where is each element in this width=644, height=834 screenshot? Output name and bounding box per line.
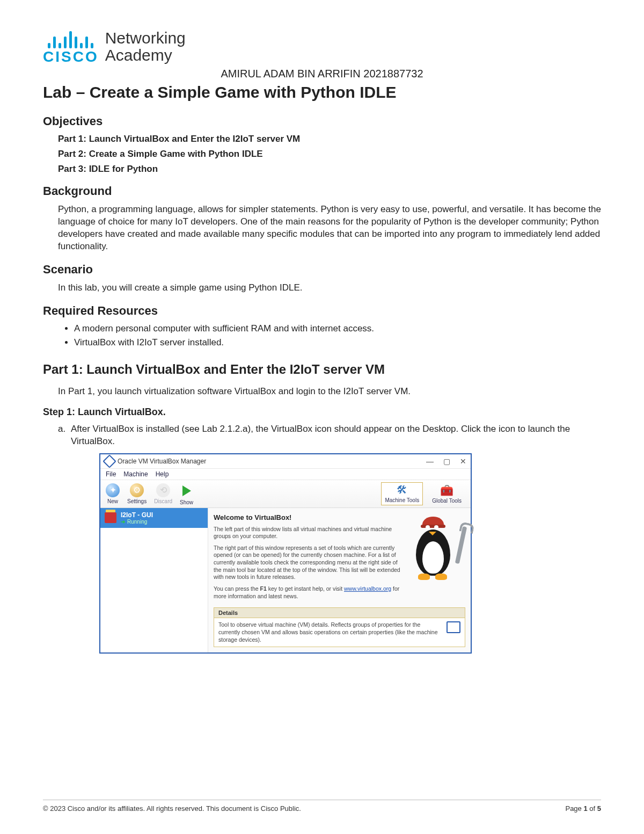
academy-wordmark: Networking Academy — [105, 30, 186, 64]
step1-a-row: a. After VirtualBox is installed (see La… — [58, 423, 601, 448]
welcome-p2: The right part of this window represents… — [214, 545, 401, 581]
cisco-bars-icon — [48, 31, 93, 48]
document-page: CISCO Networking Academy AMIRUL ADAM BIN… — [0, 0, 644, 834]
machine-tools-icon: 🛠 — [397, 484, 407, 496]
header-logo-block: CISCO Networking Academy — [43, 30, 601, 64]
new-icon: ✦ — [106, 483, 120, 497]
running-arrow-icon: ➔ — [121, 519, 125, 525]
resources-list: A modern personal computer with sufficie… — [74, 323, 601, 348]
footer-total-pages: 5 — [597, 804, 601, 813]
vb-titlebar: Oracle VM VirtualBox Manager — ▢ ✕ — [100, 454, 471, 469]
student-name-line: AMIRUL ADAM BIN ARRIFIN 2021887732 — [43, 68, 601, 80]
page-footer: © 2023 Cisco and/or its affiliates. All … — [43, 800, 601, 813]
step1-a-text: After VirtualBox is installed (see Lab 2… — [71, 423, 601, 448]
welcome-heading: Welcome to VirtualBox! — [214, 513, 401, 521]
toolbar-settings-label: Settings — [127, 498, 147, 504]
discard-icon: ⟲ — [156, 483, 170, 497]
lab-title: Lab – Create a Simple Game with Python I… — [43, 83, 601, 101]
objectives-heading: Objectives — [43, 114, 601, 128]
background-heading: Background — [43, 184, 601, 198]
vb-right-panel: Welcome to VirtualBox! The left part of … — [208, 508, 471, 653]
show-icon — [182, 485, 191, 496]
resource-item: A modern personal computer with sufficie… — [74, 323, 601, 334]
toolbar-settings-button[interactable]: ⚙ Settings — [127, 483, 147, 505]
minimize-icon[interactable]: — — [426, 457, 434, 466]
toolbar-discard-button[interactable]: ⟲ Discard — [154, 483, 172, 505]
cisco-wordmark: CISCO — [43, 49, 99, 64]
scenario-heading: Scenario — [43, 263, 601, 277]
details-heading: Details — [214, 608, 465, 618]
toolbar-discard-label: Discard — [154, 498, 172, 504]
vm-name: I2IoT - GUI — [121, 511, 153, 519]
details-panel: Details Tool to observe virtual machine … — [214, 607, 465, 647]
footer-copyright: © 2023 Cisco and/or its affiliates. All … — [43, 804, 301, 813]
vm-list-panel: I2IoT - GUI ➔ Running — [100, 508, 208, 653]
details-text: Tool to observe virtual machine (VM) det… — [218, 621, 438, 643]
welcome-p1: The left part of this window lists all v… — [214, 526, 401, 540]
vb-app-icon — [103, 454, 116, 468]
details-preview-icon[interactable] — [447, 621, 460, 633]
welcome-text-block: Welcome to VirtualBox! The left part of … — [214, 512, 401, 605]
academy-line2: Academy — [105, 47, 186, 64]
part1-heading: Part 1: Launch VirtualBox and Enter the … — [43, 362, 601, 377]
toolbar-global-tools-label: Global Tools — [432, 498, 462, 504]
menu-machine[interactable]: Machine — [123, 470, 148, 478]
cisco-logo: CISCO — [43, 31, 99, 64]
virtualbox-screenshot: Oracle VM VirtualBox Manager — ▢ ✕ File … — [99, 453, 472, 654]
academy-line1: Networking — [105, 30, 186, 47]
footer-page-indicator: Page 1 of 5 — [565, 804, 601, 813]
vm-os-icon — [105, 512, 116, 523]
vm-state-text: Running — [127, 519, 147, 525]
resource-item: VirtualBox with I2IoT server installed. — [74, 337, 601, 348]
vb-menubar: File Machine Help — [100, 469, 471, 480]
objective-item: Part 1: Launch VirtualBox and Enter the … — [58, 134, 601, 144]
toolbar-show-label: Show — [180, 499, 193, 505]
scenario-text: In this lab, you will create a simple ga… — [58, 282, 601, 294]
global-tools-icon: 🧰 — [440, 484, 453, 497]
vm-state: ➔ Running — [121, 519, 153, 525]
vb-window-title: Oracle VM VirtualBox Manager — [118, 458, 206, 465]
vb-toolbar: ✦ New ⚙ Settings ⟲ Discard Show � — [100, 480, 471, 508]
footer-current-page: 1 — [583, 804, 587, 813]
resources-heading: Required Resources — [43, 304, 601, 318]
toolbar-global-tools-button[interactable]: 🧰 Global Tools — [428, 482, 465, 505]
maximize-icon[interactable]: ▢ — [443, 457, 450, 466]
step-letter: a. — [58, 423, 71, 448]
toolbar-machine-tools-button[interactable]: 🛠 Machine Tools — [381, 482, 423, 505]
close-icon[interactable]: ✕ — [460, 457, 466, 466]
vm-list-item[interactable]: I2IoT - GUI ➔ Running — [100, 508, 208, 528]
objective-item: Part 3: IDLE for Python — [58, 164, 601, 175]
objective-item: Part 2: Create a Simple Game with Python… — [58, 149, 601, 159]
penguin-icon — [406, 516, 460, 580]
toolbar-new-button[interactable]: ✦ New — [106, 483, 120, 505]
gear-icon: ⚙ — [130, 483, 144, 497]
vb-body: I2IoT - GUI ➔ Running Welcome to Virtual… — [100, 508, 471, 653]
toolbar-show-button[interactable]: Show — [180, 483, 193, 505]
toolbar-machine-tools-label: Machine Tools — [385, 497, 419, 503]
background-text: Python, a programming language, allows f… — [58, 204, 601, 253]
menu-help[interactable]: Help — [156, 470, 169, 478]
welcome-f1-key: F1 — [260, 585, 267, 592]
welcome-link[interactable]: www.virtualbox.org — [344, 585, 391, 592]
toolbar-new-label: New — [107, 498, 118, 504]
welcome-p3: You can press the F1 key to get instant … — [214, 585, 401, 600]
virtualbox-mascot — [406, 512, 465, 605]
step1-heading: Step 1: Launch VirtualBox. — [43, 407, 601, 418]
part1-intro: In Part 1, you launch virtualization sof… — [58, 386, 601, 398]
menu-file[interactable]: File — [106, 470, 116, 478]
